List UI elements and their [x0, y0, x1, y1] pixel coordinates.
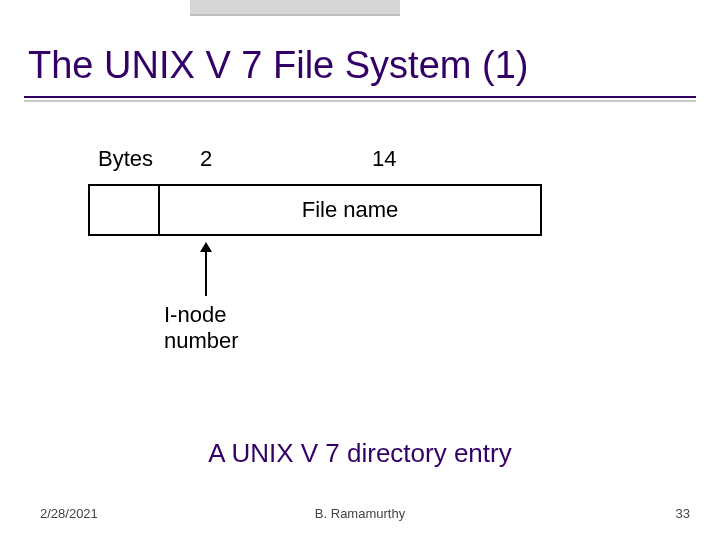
col1-byte-count: 2 [200, 146, 212, 172]
topbar-decoration-fill [190, 0, 400, 16]
footer-page-number: 33 [676, 506, 690, 521]
inode-label-line2: number [164, 328, 239, 353]
title-underline-shadow [24, 100, 696, 102]
title-underline [24, 96, 696, 98]
slide-caption: A UNIX V 7 directory entry [0, 438, 720, 469]
bytes-label: Bytes [98, 146, 153, 172]
directory-entry-diagram: Bytes 2 14 File name I-node number [88, 146, 542, 236]
slide-title: The UNIX V 7 File System (1) [28, 44, 692, 87]
footer: 2/28/2021 B. Ramamurthy 33 [0, 506, 720, 526]
slide: The UNIX V 7 File System (1) Bytes 2 14 … [0, 0, 720, 540]
inode-label-line1: I-node [164, 302, 226, 327]
arrow-line-icon [205, 250, 207, 296]
footer-author: B. Ramamurthy [0, 506, 720, 521]
filename-cell: File name [160, 186, 540, 234]
entry-box: File name [88, 184, 542, 236]
topbar-decoration [0, 0, 720, 36]
inode-cell [90, 186, 160, 234]
bytes-row: Bytes 2 14 [88, 146, 542, 176]
arrow-up-icon [202, 242, 210, 296]
inode-label: I-node number [164, 302, 239, 355]
col2-byte-count: 14 [372, 146, 396, 172]
